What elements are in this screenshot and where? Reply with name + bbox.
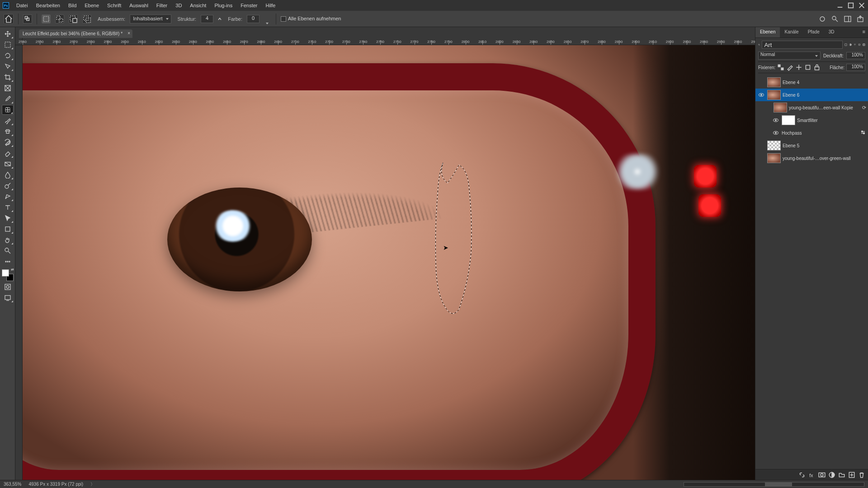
quick-mask-button[interactable] [2,282,14,292]
menu-bild[interactable]: Bild [65,1,80,10]
crop-tool[interactable] [2,72,14,82]
path-select-tool[interactable] [2,213,14,223]
quick-select-tool[interactable] [2,61,14,71]
layer-row[interactable]: young-beautiful-…over-green-wall [755,152,868,164]
shape-tool[interactable] [2,224,14,234]
layer-name-label[interactable]: Hochpass [782,131,858,136]
layer-name-label[interactable]: Ebene 5 [783,143,866,148]
document-dimensions[interactable]: 4936 Px x 3319 Px (72 ppi) [28,482,83,487]
brush-tool[interactable] [2,116,14,126]
patch-subtract-selection-button[interactable] [69,14,78,23]
blur-tool[interactable] [2,170,14,180]
farbe-input[interactable]: 0 [247,15,259,23]
delete-layer-button[interactable] [858,471,865,479]
layer-visibility-toggle[interactable] [772,129,780,137]
layer-thumbnail[interactable] [767,77,781,87]
layer-filter-input[interactable] [762,41,843,49]
zoom-tool[interactable] [2,246,14,256]
tab-3d[interactable]: 3D [824,27,839,38]
layer-name-label[interactable]: Ebene 4 [783,80,866,85]
layer-name-label[interactable]: young-beautiful-…over-green-wall [783,156,866,161]
struktur-step-up[interactable] [218,18,222,20]
struktur-input[interactable]: 4 [201,15,213,23]
blend-mode-select[interactable]: Normal [758,52,821,60]
move-tool[interactable] [2,29,14,39]
layer-name-label[interactable]: young-beautifu…een-wall Kopie [789,105,859,110]
foreground-color[interactable] [2,269,9,277]
layer-thumbnail[interactable] [767,141,781,150]
horizontal-scrollbar[interactable] [684,482,864,487]
menu-filter[interactable]: Filter [153,1,171,10]
layer-row[interactable]: Smartfilter [755,114,868,127]
layer-visibility-toggle[interactable] [757,154,765,162]
swap-colors-icon[interactable]: ⇄ [11,267,14,272]
share-icon[interactable] [856,15,864,23]
layer-name-label[interactable]: Ebene 6 [783,93,866,98]
eraser-tool[interactable] [2,148,14,158]
hand-tool[interactable] [2,235,14,245]
menu-ansicht[interactable]: Ansicht [186,1,210,10]
layer-row[interactable]: Ebene 5 [755,139,868,152]
panel-menu-button[interactable]: ≡ [860,27,868,38]
workspace-icon[interactable] [844,15,852,23]
menu-schrift[interactable]: Schrift [104,1,125,10]
dodge-tool[interactable] [2,181,14,191]
color-swatches[interactable]: ⇄ [2,269,14,281]
patch-tool[interactable] [2,105,14,115]
adjustment-layer-button[interactable] [828,471,835,479]
window-minimize-button[interactable] [836,2,844,9]
layer-row[interactable]: young-beautifu…een-wall Kopie⟳ [755,101,868,114]
marquee-tool[interactable] [2,40,14,50]
menu-auswahl[interactable]: Auswahl [126,1,152,10]
status-disclosure[interactable]: 〉 [90,481,95,488]
filter-blending-icon[interactable] [860,129,866,136]
layer-thumbnail[interactable] [767,90,781,100]
cloud-docs-icon[interactable] [818,15,826,23]
opacity-input[interactable]: 100% [846,52,865,59]
lock-artboard-button[interactable] [804,64,811,71]
document-tab[interactable]: Leucht Effekt.psdc bei 346% (Ebene 6, RG… [19,29,132,38]
layer-visibility-toggle[interactable] [757,78,765,86]
window-close-button[interactable] [858,2,865,9]
lock-position-button[interactable] [795,64,802,71]
layer-thumbnail[interactable] [782,115,795,125]
menu-bearbeiten[interactable]: Bearbeiten [33,1,64,10]
group-layers-button[interactable] [838,471,845,479]
layer-row[interactable]: Hochpass [755,127,868,139]
history-brush-tool[interactable] [2,137,14,147]
layer-style-button[interactable]: fx [808,471,816,479]
link-layers-button[interactable] [798,471,806,479]
layer-thumbnail[interactable] [774,103,787,113]
patch-new-selection-button[interactable] [42,14,51,23]
lock-transparency-button[interactable] [777,64,784,71]
menu-datei[interactable]: Datei [13,1,32,10]
layer-visibility-toggle[interactable] [772,116,780,124]
pen-tool[interactable] [2,192,14,202]
menu-3d[interactable]: 3D [172,1,185,10]
layer-visibility-toggle[interactable] [757,141,765,150]
type-tool[interactable] [2,202,14,212]
edit-toolbar-button[interactable] [2,257,14,267]
layer-row[interactable]: Ebene 4 [755,76,868,89]
vertical-ruler[interactable] [15,45,23,480]
horizontal-ruler[interactable]: 2540255025602570258025902600261026202630… [15,38,755,45]
layer-visibility-toggle[interactable] [764,103,772,112]
lock-all-button[interactable] [813,64,821,71]
frame-tool[interactable] [2,83,14,93]
ausbessern-select[interactable]: Inhaltsbasiert [130,14,171,23]
menu-ebene[interactable]: Ebene [81,1,103,10]
tab-ebenen[interactable]: Ebenen [755,27,780,38]
canvas[interactable]: ➤ [23,45,755,480]
filter-type-icon[interactable] [854,41,856,48]
filter-adjust-icon[interactable] [849,41,852,48]
filter-shape-icon[interactable] [858,41,861,48]
tab-kanaele[interactable]: Kanäle [780,27,803,38]
menu-plugins[interactable]: Plug-ins [211,1,236,10]
clone-stamp-tool[interactable] [2,127,14,136]
lock-pixels-button[interactable] [786,64,793,71]
new-layer-button[interactable] [848,471,855,479]
layer-row[interactable]: Ebene 6 [755,89,868,101]
filter-smart-icon[interactable] [863,41,865,48]
patch-intersect-selection-button[interactable] [82,14,91,23]
zoom-level[interactable]: 363,55% [4,482,21,487]
